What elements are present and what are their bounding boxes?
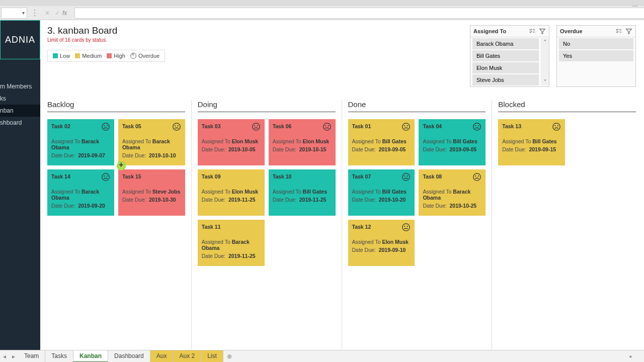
- sheet-tab[interactable]: List: [201, 350, 223, 363]
- name-box[interactable]: ▾: [1, 8, 27, 19]
- medium-swatch: [75, 53, 80, 58]
- sheet-tab[interactable]: Team: [18, 350, 45, 363]
- assigned-value: Elon Musk: [303, 138, 330, 144]
- kanban-column: BlockedTask 13Assigned To Bill GatesDate…: [498, 100, 636, 350]
- page-title: 3. kanban Board: [47, 25, 165, 36]
- overdue-face-icon: [252, 122, 261, 131]
- svg-point-29: [408, 226, 408, 227]
- multiselect-icon[interactable]: [529, 28, 536, 35]
- filter-option[interactable]: No: [559, 38, 633, 49]
- filter-option[interactable]: Steve Jobs: [472, 74, 539, 85]
- tab-prev-icon[interactable]: ◂: [0, 353, 9, 360]
- due-label: Date Due:: [273, 197, 296, 203]
- svg-point-0: [102, 123, 109, 130]
- kanban-card[interactable]: Task 06Assigned To Elon MuskDate Due: 20…: [269, 119, 336, 165]
- svg-point-13: [325, 126, 326, 126]
- svg-point-31: [555, 126, 555, 126]
- svg-point-1: [104, 126, 105, 126]
- svg-point-24: [473, 173, 480, 180]
- scroll-down-icon[interactable]: ˅: [544, 79, 546, 84]
- kanban-card[interactable]: Task 10Assigned To Bill GatesDate Due: 2…: [269, 169, 336, 216]
- kanban-column: DoneTask 01Assigned To Bill GatesDate Du…: [348, 100, 486, 350]
- kanban-card[interactable]: Task 07Assigned To Bill GatesDate Due: 2…: [348, 169, 415, 216]
- svg-point-25: [475, 176, 476, 176]
- svg-point-16: [405, 126, 405, 126]
- assigned-label: Assigned To: [352, 239, 381, 245]
- svg-point-18: [473, 123, 480, 130]
- svg-point-15: [403, 123, 410, 130]
- sheet-tab[interactable]: Kanban: [73, 350, 108, 363]
- add-sheet-icon[interactable]: ⊕: [223, 353, 235, 360]
- more-icon[interactable]: …: [632, 1, 639, 8]
- filter-option[interactable]: Barack Obama: [472, 38, 539, 49]
- due-value: 2019-09-05: [450, 146, 477, 152]
- chevron-down-icon[interactable]: ▾: [22, 10, 25, 16]
- filter-option[interactable]: Yes: [559, 50, 633, 61]
- filter-assigned-to[interactable]: Assigned To Barack ObamaBill GatesElon M…: [470, 25, 549, 87]
- kanban-card[interactable]: Task 12Assigned To Elon MuskDate Due: 20…: [348, 220, 415, 266]
- card-title: Task 11: [202, 224, 261, 230]
- due-label: Date Due:: [502, 146, 526, 152]
- due-value: 2019-09-15: [529, 146, 556, 152]
- hscroll-left-icon[interactable]: ◂: [629, 353, 631, 359]
- svg-point-5: [178, 126, 178, 126]
- kanban-card[interactable]: Task 09Assigned To Elon MuskDate Due: 20…: [198, 169, 265, 216]
- assigned-value: Elon Musk: [232, 138, 259, 144]
- due-value: 2019-10-25: [450, 203, 477, 209]
- filter-icon[interactable]: [539, 28, 546, 35]
- assigned-value: Bill Gates: [382, 189, 406, 195]
- due-label: Date Due:: [122, 197, 146, 203]
- kanban-card[interactable]: Task 15Assigned To Steve JobsDate Due: 2…: [118, 169, 185, 216]
- kanban-card[interactable]: Task 13Assigned To Bill GatesDate Due: 2…: [498, 119, 565, 165]
- tab-next-icon[interactable]: ▸: [9, 353, 18, 360]
- multiselect-icon[interactable]: [615, 28, 622, 35]
- assigned-value: Bill Gates: [453, 138, 477, 144]
- scrollbar[interactable]: ˄˅: [541, 38, 549, 85]
- cancel-icon[interactable]: ✕: [42, 10, 52, 17]
- svg-point-19: [475, 126, 476, 126]
- assigned-label: Assigned To: [51, 138, 80, 144]
- assigned-label: Assigned To: [122, 189, 151, 195]
- kanban-card[interactable]: Task 01Assigned To Bill GatesDate Due: 2…: [348, 119, 415, 165]
- filter-option[interactable]: Elon Musk: [472, 62, 539, 73]
- svg-point-6: [102, 173, 109, 180]
- filter-overdue[interactable]: Overdue NoYes: [556, 25, 636, 87]
- sheet-tab[interactable]: Aux 2: [173, 350, 201, 363]
- scroll-up-icon[interactable]: ˄: [544, 39, 546, 45]
- logo: ADNIA: [0, 20, 40, 59]
- svg-point-30: [553, 123, 560, 130]
- sidebar-item[interactable]: nban: [0, 105, 40, 117]
- kanban-card[interactable]: Task 05Assigned To Barack ObamaDate Due:…: [118, 119, 185, 165]
- due-value: 2019-10-30: [149, 197, 176, 203]
- kanban-card[interactable]: Task 03Assigned To Elon MuskDate Due: 20…: [198, 119, 265, 165]
- due-value: 2019-10-10: [149, 152, 176, 158]
- kanban-card[interactable]: Task 11Assigned To Barack ObamaDate Due:…: [198, 220, 265, 266]
- sidebar-item[interactable]: ks: [0, 93, 40, 105]
- kanban-card[interactable]: Task 02Assigned To Barack ObamaDate Due:…: [47, 119, 114, 165]
- overdue-face-icon: [472, 122, 481, 131]
- due-value: 2019-09-20: [78, 203, 105, 209]
- overdue-face-icon: [401, 223, 411, 232]
- due-label: Date Due:: [202, 253, 225, 259]
- svg-point-23: [408, 176, 408, 176]
- fx-icon[interactable]: fx: [62, 10, 74, 17]
- assigned-value: Elon Musk: [382, 239, 409, 245]
- due-value: 2019-11-25: [228, 197, 256, 203]
- sidebar-item[interactable]: m Members: [0, 80, 40, 93]
- due-label: Date Due:: [122, 152, 146, 158]
- sheet-tab[interactable]: Tasks: [45, 350, 73, 363]
- sidebar-item[interactable]: shboard: [0, 117, 40, 129]
- formula-input[interactable]: [74, 8, 644, 19]
- assigned-label: Assigned To: [423, 138, 451, 144]
- due-label: Date Due:: [202, 197, 225, 203]
- sheet-tab[interactable]: Dashboard: [108, 350, 150, 363]
- sidebar: ADNIA m Membersksnbanshboard: [0, 20, 40, 350]
- due-label: Date Due:: [51, 152, 75, 158]
- kanban-card[interactable]: Task 14Assigned To Barack ObamaDate Due:…: [47, 169, 114, 216]
- filter-icon[interactable]: [625, 28, 632, 35]
- kanban-card[interactable]: Task 08Assigned To Barack ObamaDate Due:…: [419, 169, 486, 216]
- kanban-card[interactable]: Task 04Assigned To Bill GatesDate Due: 2…: [419, 119, 486, 165]
- enter-icon[interactable]: ✓: [52, 10, 62, 17]
- filter-option[interactable]: Bill Gates: [472, 50, 539, 61]
- sheet-tab[interactable]: Aux: [150, 350, 174, 363]
